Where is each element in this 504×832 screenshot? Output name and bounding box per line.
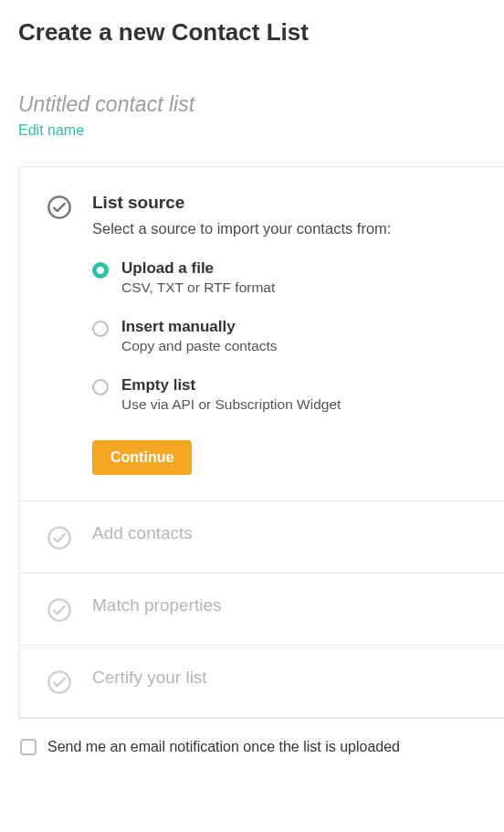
source-radio-group: Upload a file CSV, TXT or RTF format Ins… [92, 259, 486, 413]
step-add-contacts: Add contacts [19, 501, 504, 574]
step-certify: Certify your list [19, 646, 504, 718]
notify-label: Send me an email notification once the l… [47, 739, 400, 755]
radio-icon [92, 379, 109, 395]
radio-desc: Copy and paste contacts [121, 338, 278, 354]
radio-desc: CSV, TXT or RTF format [121, 279, 275, 296]
radio-label: Upload a file [121, 259, 275, 278]
check-circle-icon [47, 669, 72, 695]
radio-label: Empty list [121, 376, 341, 395]
radio-desc: Use via API or Subscription Widget [121, 396, 341, 413]
radio-label: Insert manually [121, 318, 278, 336]
radio-upload-file[interactable]: Upload a file CSV, TXT or RTF format [92, 259, 486, 296]
svg-point-0 [48, 196, 69, 217]
step-subtitle-list-source: Select a source to import your contacts … [92, 220, 486, 237]
check-circle-icon [47, 525, 72, 551]
step-match-properties: Match properties [19, 574, 504, 646]
check-circle-icon [47, 597, 72, 623]
radio-icon [92, 262, 109, 279]
list-name: Untitled contact list [18, 92, 504, 117]
check-circle-icon [47, 195, 72, 220]
notify-checkbox[interactable] [20, 739, 37, 755]
continue-button[interactable]: Continue [92, 440, 192, 475]
radio-empty-list[interactable]: Empty list Use via API or Subscription W… [92, 376, 486, 413]
step-title-match-properties: Match properties [92, 595, 486, 616]
step-list-source: List source Select a source to import yo… [19, 167, 504, 501]
radio-insert-manually[interactable]: Insert manually Copy and paste contacts [92, 318, 486, 354]
edit-name-link[interactable]: Edit name [18, 122, 84, 139]
notify-row: Send me an email notification once the l… [18, 739, 504, 755]
steps-card: List source Select a source to import yo… [18, 166, 504, 719]
step-title-add-contacts: Add contacts [92, 523, 486, 543]
radio-icon [92, 321, 109, 337]
svg-point-2 [48, 599, 69, 620]
page-title: Create a new Contact List [18, 18, 504, 47]
step-title-list-source: List source [92, 193, 486, 213]
step-title-certify: Certify your list [92, 668, 486, 688]
svg-point-3 [48, 671, 69, 692]
svg-point-1 [48, 527, 69, 548]
